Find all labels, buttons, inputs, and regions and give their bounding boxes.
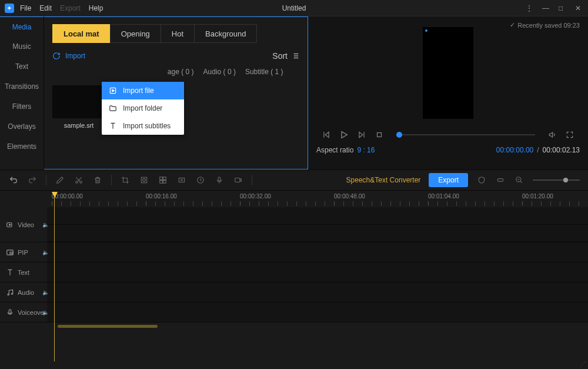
sort-button[interactable]: Sort [272,51,299,61]
import-folder-item[interactable]: Import folder [102,99,184,117]
svg-rect-17 [141,177,146,182]
record-icon[interactable] [233,175,243,185]
svg-marker-8 [325,132,329,137]
menu-export: Export [60,4,81,12]
track-pip[interactable]: PIP 🔈 [0,242,588,262]
minimize-icon[interactable]: — [542,4,550,12]
volume-button[interactable] [547,129,557,140]
svg-marker-33 [9,224,11,225]
titlebar: ✦ File Edit Export Help Untitled ⋮ — □ ✕ [0,0,588,16]
edit-icon[interactable] [55,175,65,185]
cut-icon[interactable] [74,175,84,185]
freeze-icon[interactable] [176,175,187,185]
import-label: Import [65,52,85,60]
media-tab-hot[interactable]: Hot [161,24,194,43]
nav-filters[interactable]: Filters [0,97,44,117]
check-icon: ✓ [510,21,515,29]
fullscreen-button[interactable] [564,129,575,140]
nav-media[interactable]: Media [0,16,44,36]
svg-rect-26 [218,177,220,181]
mute-icon[interactable]: 🔈 [42,222,48,228]
svg-point-18 [143,179,146,182]
track-text[interactable]: Text [0,262,588,282]
nav-elements[interactable]: Elements [0,137,44,157]
svg-rect-21 [160,181,163,184]
preview-marker-icon [425,29,427,32]
mic-icon[interactable] [214,175,225,185]
thumb-srt[interactable]: sample.srt [52,85,105,129]
menu-edit[interactable]: Edit [39,4,52,12]
redo-button[interactable] [27,175,38,185]
menu-file[interactable]: File [20,4,31,12]
timeline-scrollbar[interactable] [0,323,588,330]
more-icon[interactable]: ⋮ [526,4,534,12]
seek-slider[interactable] [396,134,535,135]
mute-icon[interactable]: 🔈 [42,250,48,255]
video-track-icon [6,221,14,229]
mosaic-icon[interactable] [158,175,168,185]
scrollbar-thumb[interactable] [58,325,158,328]
stop-button[interactable] [374,129,385,140]
speed-icon[interactable] [195,175,206,185]
divider [111,175,112,185]
svg-point-16 [80,181,82,184]
import-subtitles-label: Import subtitles [123,122,171,130]
current-time: 00:00:00.00 [496,146,533,154]
svg-marker-14 [549,132,552,137]
prev-frame-button[interactable] [321,129,332,140]
maximize-icon[interactable]: □ [559,4,567,12]
play-button[interactable] [339,129,349,140]
track-audio[interactable]: Audio 🔈 [0,282,588,302]
export-button[interactable]: Export [429,173,468,187]
timeline-ruler[interactable]: 00:00:00.00 00:00:16.00 00:00:32.00 00:0… [0,191,588,207]
close-icon[interactable]: ✕ [575,4,583,12]
import-file-item[interactable]: Import file [102,82,184,99]
media-tab-opening[interactable]: Opening [110,24,161,43]
ruler-ticks [52,201,588,206]
zoom-out-icon[interactable] [514,175,524,185]
nav-text[interactable]: Text [0,56,44,77]
aspect-ratio-value[interactable]: 9 : 16 [357,146,375,154]
nav-overlays[interactable]: Overlays [0,117,44,137]
sort-label: Sort [272,51,288,61]
thumb-name: sample.srt [52,122,105,129]
speech-text-converter-button[interactable]: Speech&Text Converter [346,176,421,184]
saved-status: ✓ Recently saved 09:23 [510,21,580,29]
filter-subtitle[interactable]: Subtitle ( 1 ) [245,68,283,76]
svg-rect-20 [163,177,166,180]
crop-icon[interactable] [120,175,131,185]
time-separator: / [537,146,539,154]
svg-rect-22 [163,181,166,184]
nav-music[interactable]: Music [0,36,44,56]
media-tab-background[interactable]: Background [194,24,257,43]
undo-button[interactable] [8,175,19,185]
fit-icon[interactable] [495,175,506,185]
svg-rect-27 [235,178,240,182]
filter-image[interactable]: age ( 0 ) [168,68,194,76]
import-button[interactable]: Import [52,52,85,60]
svg-point-36 [8,294,9,295]
track-video[interactable]: Video 🔈 [0,207,588,242]
import-subtitles-item[interactable]: Import subtitles [102,117,184,135]
zoom-slider[interactable] [533,179,580,181]
media-tab-local[interactable]: Local mat [52,24,110,43]
mute-icon[interactable]: 🔈 [42,290,48,295]
menu-help[interactable]: Help [89,4,103,12]
mask-icon[interactable] [139,175,149,185]
app-logo-icon: ✦ [5,4,14,13]
svg-rect-38 [9,309,11,313]
list-icon [291,52,299,60]
delete-icon[interactable] [92,175,103,185]
svg-marker-11 [359,132,363,137]
video-preview[interactable] [423,27,473,119]
shield-icon[interactable] [476,175,487,185]
mute-icon[interactable]: 🔈 [42,310,48,315]
next-frame-button[interactable] [356,129,367,140]
folder-icon [109,104,117,112]
playhead-line [54,197,55,361]
track-voiceover[interactable]: Voiceover 🔈 [0,302,588,323]
svg-rect-28 [497,179,503,182]
filter-audio[interactable]: Audio ( 0 ) [203,68,236,76]
resize-grip-icon[interactable]: ⋰ [580,361,586,367]
nav-transitions[interactable]: Transitions [0,77,44,97]
